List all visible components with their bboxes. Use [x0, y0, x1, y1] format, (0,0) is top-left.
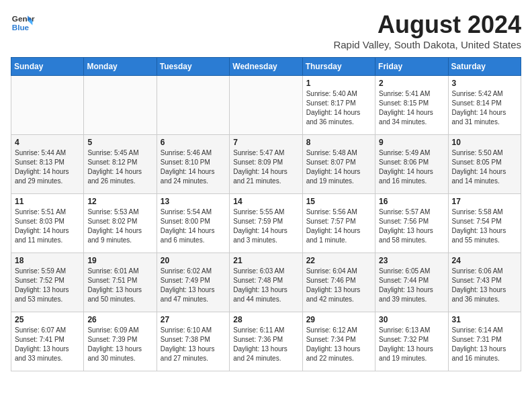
day-info: Sunrise: 6:13 AMSunset: 7:32 PMDaylight:…: [379, 326, 444, 363]
day-number: 30: [379, 315, 444, 324]
calendar-day-cell: 12Sunrise: 5:53 AMSunset: 8:02 PMDayligh…: [84, 194, 157, 253]
calendar-day-cell: 25Sunrise: 6:07 AMSunset: 7:41 PMDayligh…: [11, 312, 84, 371]
day-info: Sunrise: 6:03 AMSunset: 7:48 PMDaylight:…: [233, 267, 298, 304]
weekday-header-monday: Monday: [84, 58, 157, 76]
calendar-day-cell: 22Sunrise: 6:04 AMSunset: 7:46 PMDayligh…: [302, 253, 375, 312]
day-number: 1: [306, 79, 371, 88]
calendar-day-cell: 9Sunrise: 5:49 AMSunset: 8:06 PMDaylight…: [375, 135, 448, 194]
calendar-day-cell: 10Sunrise: 5:50 AMSunset: 8:05 PMDayligh…: [448, 135, 521, 194]
calendar-day-cell: 13Sunrise: 5:54 AMSunset: 8:00 PMDayligh…: [157, 194, 229, 253]
day-info: Sunrise: 6:01 AMSunset: 7:51 PMDaylight:…: [87, 267, 152, 304]
day-info: Sunrise: 5:45 AMSunset: 8:12 PMDaylight:…: [87, 148, 152, 186]
day-number: 2: [379, 79, 444, 88]
day-number: 7: [233, 138, 298, 147]
title-area: August 2024 Rapid Valley, South Dakota, …: [333, 11, 521, 50]
day-info: Sunrise: 5:51 AMSunset: 8:03 PMDaylight:…: [15, 208, 80, 245]
day-number: 16: [379, 197, 444, 206]
day-info: Sunrise: 5:57 AMSunset: 7:56 PMDaylight:…: [379, 208, 444, 245]
day-number: 15: [306, 197, 371, 206]
day-number: 23: [379, 256, 444, 265]
day-number: 18: [15, 256, 80, 265]
day-number: 12: [87, 197, 152, 206]
day-number: 24: [452, 256, 517, 265]
calendar-day-cell: 28Sunrise: 6:11 AMSunset: 7:36 PMDayligh…: [230, 312, 302, 371]
day-number: 5: [87, 138, 152, 147]
day-info: Sunrise: 6:04 AMSunset: 7:46 PMDaylight:…: [306, 267, 371, 304]
calendar-day-cell: [230, 76, 302, 135]
day-info: Sunrise: 5:40 AMSunset: 8:17 PMDaylight:…: [306, 89, 371, 127]
weekday-header-saturday: Saturday: [448, 58, 521, 76]
calendar-day-cell: 24Sunrise: 6:06 AMSunset: 7:43 PMDayligh…: [448, 253, 521, 312]
day-info: Sunrise: 5:59 AMSunset: 7:52 PMDaylight:…: [15, 267, 80, 304]
month-year-title: August 2024: [333, 11, 521, 39]
day-number: 3: [452, 79, 517, 88]
day-info: Sunrise: 5:48 AMSunset: 8:07 PMDaylight:…: [306, 148, 371, 186]
weekday-header-wednesday: Wednesday: [230, 58, 302, 76]
day-info: Sunrise: 5:54 AMSunset: 8:00 PMDaylight:…: [161, 208, 226, 245]
day-info: Sunrise: 5:50 AMSunset: 8:05 PMDaylight:…: [452, 148, 517, 186]
day-info: Sunrise: 6:11 AMSunset: 7:36 PMDaylight:…: [233, 326, 298, 363]
day-number: 25: [15, 315, 80, 324]
calendar-week-row: 1Sunrise: 5:40 AMSunset: 8:17 PMDaylight…: [11, 76, 521, 135]
calendar-day-cell: 23Sunrise: 6:05 AMSunset: 7:44 PMDayligh…: [375, 253, 448, 312]
calendar-day-cell: 1Sunrise: 5:40 AMSunset: 8:17 PMDaylight…: [302, 76, 375, 135]
day-info: Sunrise: 6:02 AMSunset: 7:49 PMDaylight:…: [161, 267, 226, 304]
calendar-day-cell: 30Sunrise: 6:13 AMSunset: 7:32 PMDayligh…: [375, 312, 448, 371]
day-info: Sunrise: 5:44 AMSunset: 8:13 PMDaylight:…: [15, 148, 80, 186]
day-info: Sunrise: 5:41 AMSunset: 8:15 PMDaylight:…: [379, 89, 444, 127]
day-info: Sunrise: 5:47 AMSunset: 8:09 PMDaylight:…: [233, 148, 298, 186]
day-info: Sunrise: 6:09 AMSunset: 7:39 PMDaylight:…: [87, 326, 152, 363]
calendar-day-cell: 18Sunrise: 5:59 AMSunset: 7:52 PMDayligh…: [11, 253, 84, 312]
day-number: 20: [161, 256, 226, 265]
calendar-week-row: 4Sunrise: 5:44 AMSunset: 8:13 PMDaylight…: [11, 135, 521, 194]
calendar-day-cell: 16Sunrise: 5:57 AMSunset: 7:56 PMDayligh…: [375, 194, 448, 253]
calendar-table: SundayMondayTuesdayWednesdayThursdayFrid…: [11, 57, 521, 371]
day-number: 17: [452, 197, 517, 206]
calendar-day-cell: 4Sunrise: 5:44 AMSunset: 8:13 PMDaylight…: [11, 135, 84, 194]
calendar-week-row: 11Sunrise: 5:51 AMSunset: 8:03 PMDayligh…: [11, 194, 521, 253]
calendar-week-row: 25Sunrise: 6:07 AMSunset: 7:41 PMDayligh…: [11, 312, 521, 371]
calendar-day-cell: [11, 76, 84, 135]
day-number: 29: [306, 315, 371, 324]
day-info: Sunrise: 5:49 AMSunset: 8:06 PMDaylight:…: [379, 148, 444, 186]
day-info: Sunrise: 6:05 AMSunset: 7:44 PMDaylight:…: [379, 267, 444, 304]
calendar-day-cell: 11Sunrise: 5:51 AMSunset: 8:03 PMDayligh…: [11, 194, 84, 253]
calendar-day-cell: [157, 76, 229, 135]
day-number: 4: [15, 138, 80, 147]
svg-text:Blue: Blue: [12, 23, 30, 32]
calendar-day-cell: [84, 76, 157, 135]
calendar-day-cell: 8Sunrise: 5:48 AMSunset: 8:07 PMDaylight…: [302, 135, 375, 194]
day-number: 27: [161, 315, 226, 324]
day-info: Sunrise: 5:46 AMSunset: 8:10 PMDaylight:…: [161, 148, 226, 186]
day-info: Sunrise: 6:06 AMSunset: 7:43 PMDaylight:…: [452, 267, 517, 304]
day-info: Sunrise: 5:42 AMSunset: 8:14 PMDaylight:…: [452, 89, 517, 127]
calendar-day-cell: 3Sunrise: 5:42 AMSunset: 8:14 PMDaylight…: [448, 76, 521, 135]
calendar-day-cell: 17Sunrise: 5:58 AMSunset: 7:54 PMDayligh…: [448, 194, 521, 253]
day-number: 9: [379, 138, 444, 147]
weekday-header-row: SundayMondayTuesdayWednesdayThursdayFrid…: [11, 58, 521, 76]
day-info: Sunrise: 5:55 AMSunset: 7:59 PMDaylight:…: [233, 208, 298, 245]
calendar-day-cell: 26Sunrise: 6:09 AMSunset: 7:39 PMDayligh…: [84, 312, 157, 371]
day-info: Sunrise: 5:53 AMSunset: 8:02 PMDaylight:…: [87, 208, 152, 245]
day-number: 6: [161, 138, 226, 147]
location-subtitle: Rapid Valley, South Dakota, United State…: [333, 39, 521, 50]
header: General Blue August 2024 Rapid Valley, S…: [11, 11, 521, 50]
calendar-day-cell: 15Sunrise: 5:56 AMSunset: 7:57 PMDayligh…: [302, 194, 375, 253]
calendar-day-cell: 5Sunrise: 5:45 AMSunset: 8:12 PMDaylight…: [84, 135, 157, 194]
logo: General Blue: [11, 11, 35, 35]
weekday-header-sunday: Sunday: [11, 58, 84, 76]
day-number: 22: [306, 256, 371, 265]
calendar-day-cell: 21Sunrise: 6:03 AMSunset: 7:48 PMDayligh…: [230, 253, 302, 312]
calendar-day-cell: 7Sunrise: 5:47 AMSunset: 8:09 PMDaylight…: [230, 135, 302, 194]
day-info: Sunrise: 6:12 AMSunset: 7:34 PMDaylight:…: [306, 326, 371, 363]
day-number: 14: [233, 197, 298, 206]
weekday-header-friday: Friday: [375, 58, 448, 76]
day-number: 26: [87, 315, 152, 324]
calendar-day-cell: 31Sunrise: 6:14 AMSunset: 7:31 PMDayligh…: [448, 312, 521, 371]
day-number: 31: [452, 315, 517, 324]
day-number: 11: [15, 197, 80, 206]
calendar-day-cell: 20Sunrise: 6:02 AMSunset: 7:49 PMDayligh…: [157, 253, 229, 312]
calendar-day-cell: 2Sunrise: 5:41 AMSunset: 8:15 PMDaylight…: [375, 76, 448, 135]
day-number: 10: [452, 138, 517, 147]
calendar-day-cell: 19Sunrise: 6:01 AMSunset: 7:51 PMDayligh…: [84, 253, 157, 312]
